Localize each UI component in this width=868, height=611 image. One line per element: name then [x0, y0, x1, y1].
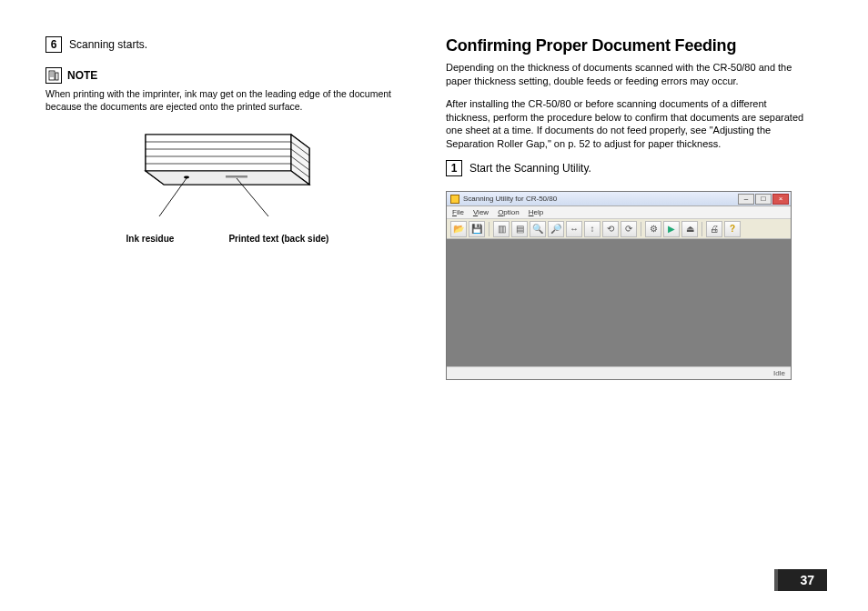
save-icon[interactable]: 💾	[469, 221, 485, 237]
section-heading: Confirming Proper Document Feeding	[446, 36, 810, 55]
scan-start-icon[interactable]: ▶	[663, 221, 680, 237]
title-text: Scanning Utility for CR-50/80	[463, 195, 557, 203]
section-para-1: Depending on the thickness of documents …	[446, 61, 810, 88]
toolbar: 📂 💾 ▥ ▤ 🔍 🔎 ↔ ↕ ⟲ ⟳ ⚙ ▶ ⏏ 🖨	[447, 219, 791, 239]
menu-help[interactable]: Help	[529, 208, 543, 216]
maximize-button[interactable]: □	[755, 194, 772, 205]
note-icon	[45, 67, 62, 84]
scan-icon[interactable]: ▥	[493, 221, 510, 237]
rotate-left-icon[interactable]: ⟲	[602, 221, 619, 237]
settings-icon[interactable]: ⚙	[645, 221, 661, 237]
menu-option[interactable]: Option	[498, 208, 520, 216]
svg-marker-6	[146, 135, 291, 171]
toolbar-separator	[701, 222, 702, 236]
rotate-right-icon[interactable]: ⟳	[621, 221, 637, 237]
menu-bar: File View Option Help	[447, 206, 791, 219]
toolbar-separator	[489, 222, 490, 236]
note-body: When printing with the imprinter, ink ma…	[45, 87, 409, 113]
step-number-box: 6	[45, 36, 62, 53]
diagram-callouts: Ink residue Printed text (back side)	[45, 234, 409, 244]
zoom-out-icon[interactable]: 🔎	[548, 221, 564, 237]
step-text: Scanning starts.	[69, 38, 147, 51]
step-6: 6 Scanning starts.	[45, 36, 409, 53]
open-icon[interactable]: 📂	[450, 221, 467, 237]
fit-width-icon[interactable]: ↔	[566, 221, 582, 237]
left-column: 6 Scanning starts. NOTE When printing wi…	[45, 36, 409, 380]
callout-ink-residue: Ink residue	[126, 234, 175, 244]
fit-height-icon[interactable]: ↕	[584, 221, 601, 237]
status-text: Idle	[773, 369, 785, 377]
title-bar: Scanning Utility for CR-50/80 – □ ×	[447, 192, 791, 206]
note-header: NOTE	[45, 67, 409, 84]
section-para-2: After installing the CR-50/80 or before …	[446, 97, 810, 151]
step-number-box: 1	[446, 160, 462, 176]
print-icon[interactable]: 🖨	[706, 221, 722, 237]
eject-icon[interactable]: ⏏	[681, 221, 698, 237]
menu-file[interactable]: File	[452, 208, 464, 216]
preview-canvas	[447, 239, 791, 366]
help-icon[interactable]: ?	[724, 221, 741, 237]
svg-rect-0	[49, 71, 55, 80]
step-text: Start the Scanning Utility.	[469, 162, 591, 175]
close-button[interactable]: ×	[772, 194, 789, 205]
zoom-in-icon[interactable]: 🔍	[530, 221, 546, 237]
page-number: 37	[774, 569, 827, 591]
document-stack-diagram	[45, 125, 409, 232]
svg-point-17	[184, 176, 189, 179]
app-icon	[450, 195, 459, 204]
app-screenshot: Scanning Utility for CR-50/80 – □ × File…	[446, 191, 810, 380]
page-icon[interactable]: ▤	[511, 221, 528, 237]
window-title: Scanning Utility for CR-50/80	[450, 195, 557, 204]
svg-rect-4	[56, 73, 58, 80]
svg-rect-18	[226, 175, 247, 178]
right-column: Confirming Proper Document Feeding Depen…	[446, 36, 810, 380]
toolbar-separator	[641, 222, 641, 236]
note-label: NOTE	[67, 69, 97, 82]
status-bar: Idle	[447, 366, 791, 379]
menu-view[interactable]: View	[473, 208, 489, 216]
step-1: 1 Start the Scanning Utility.	[446, 160, 810, 176]
callout-printed-text: Printed text (back side)	[228, 234, 328, 244]
minimize-button[interactable]: –	[738, 194, 754, 205]
window-buttons: – □ ×	[738, 194, 789, 205]
app-window: Scanning Utility for CR-50/80 – □ × File…	[446, 191, 792, 380]
